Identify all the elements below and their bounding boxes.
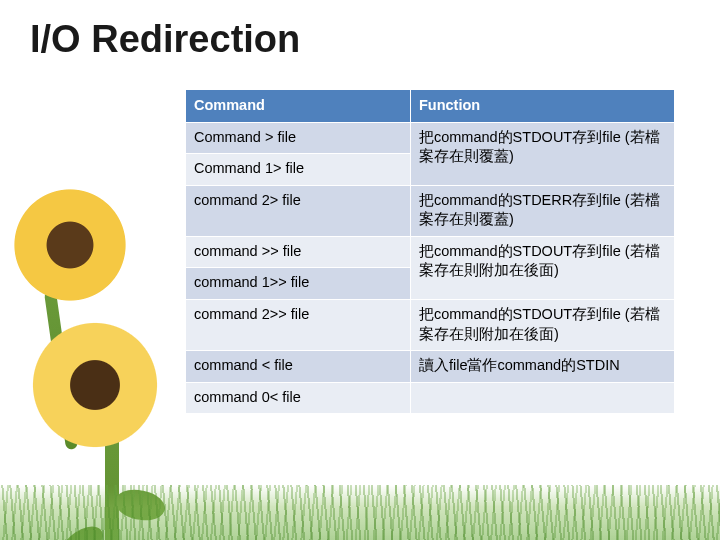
table-row: Command > file 把command的STDOUT存到file (若檔… xyxy=(186,122,675,154)
slide-title: I/O Redirection xyxy=(30,18,680,61)
cell-function: 讀入file當作command的STDIN xyxy=(410,351,674,383)
table-row: command < file 讀入file當作command的STDIN xyxy=(186,351,675,383)
cell-function: 把command的STDERR存到file (若檔案存在則覆蓋) xyxy=(410,185,674,236)
table-row: command 2> file 把command的STDERR存到file (若… xyxy=(186,185,675,236)
cell-command: command 0< file xyxy=(186,382,411,414)
table-row: command >> file 把command的STDOUT存到file (若… xyxy=(186,236,675,268)
redirection-table: Command Function Command > file 把command… xyxy=(185,89,675,414)
cell-command: command 2> file xyxy=(186,185,411,236)
grass-decoration xyxy=(0,485,720,540)
cell-command: command 1>> file xyxy=(186,268,411,300)
cell-function: 把command的STDOUT存到file (若檔案存在則附加在後面) xyxy=(410,299,674,350)
cell-function: 把command的STDOUT存到file (若檔案存在則覆蓋) xyxy=(410,122,674,185)
header-command: Command xyxy=(186,90,411,123)
cell-command: command 2>> file xyxy=(186,299,411,350)
cell-command: command < file xyxy=(186,351,411,383)
header-function: Function xyxy=(410,90,674,123)
cell-command: command >> file xyxy=(186,236,411,268)
cell-command: Command 1> file xyxy=(186,154,411,186)
table-row: command 2>> file 把command的STDOUT存到file (… xyxy=(186,299,675,350)
cell-function xyxy=(410,382,674,414)
cell-function: 把command的STDOUT存到file (若檔案存在則附加在後面) xyxy=(410,236,674,299)
table-row: command 0< file xyxy=(186,382,675,414)
cell-command: Command > file xyxy=(186,122,411,154)
